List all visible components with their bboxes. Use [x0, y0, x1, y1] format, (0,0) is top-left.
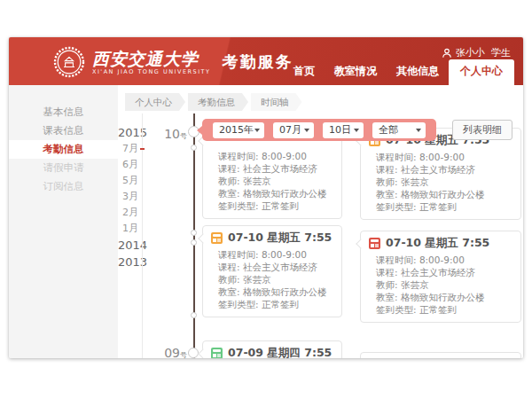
event-field: 课程: 社会主义市场经济 [369, 266, 512, 278]
timeline-node [191, 239, 197, 246]
event-field: 课程: 社会主义市场经济 [211, 261, 333, 273]
page: { "header": { "logo": { "emblem_icon": "… [0, 0, 532, 399]
event-card-header: 07-10 星期五 7:55 [369, 236, 512, 251]
timeline-scale-year[interactable]: 2015 [118, 124, 138, 141]
day-select[interactable]: 10日 [323, 122, 364, 138]
app-window: 西安交通大学 XI'AN JIAO TONG UNIVERSITY 考勤服务 张… [9, 37, 523, 358]
sidebar-item-basic-info[interactable]: 基本信息 [9, 103, 118, 121]
calendar-icon [211, 232, 223, 244]
breadcrumb-personal-center[interactable]: 个人中心 [125, 93, 185, 111]
type-select-value: 全部 [379, 123, 398, 137]
event-date: 07-09 星期四 7:55 [228, 346, 332, 358]
event-date: 07-10 星期五 7:55 [386, 236, 489, 251]
event-date: 07-10 星期五 7:55 [228, 231, 332, 246]
breadcrumb: 个人中心考勤信息时间轴 [125, 93, 305, 111]
event-field: 课程时间: 8:00-9:00 [369, 151, 512, 163]
sidebar-item-leave-request[interactable]: 请假申请 [9, 159, 118, 177]
timeline-node [188, 348, 199, 358]
breadcrumb-attendance-info[interactable]: 考勤信息 [188, 93, 248, 111]
logo-text: 西安交通大学 XI'AN JIAO TONG UNIVERSITY [92, 50, 211, 75]
scale-divider [142, 113, 143, 358]
timeline-scale-year[interactable]: 2013 [118, 254, 138, 270]
timeline-scale-year[interactable]: 2014 [118, 237, 138, 254]
timeline-node [191, 230, 197, 236]
event-field: 教室: 格物致知行政办公楼 [369, 291, 512, 303]
timeline-scale-month[interactable]: 1月 [118, 221, 138, 237]
month-select[interactable]: 07月 [273, 122, 314, 138]
caret-down-icon [304, 129, 309, 132]
year-select-value: 2015年 [219, 123, 254, 137]
event-field: 课程: 社会主义市场经济 [369, 163, 512, 176]
event-card[interactable]: 07-10 星期五 7:55 课程时间: 8:00-9:00 课程: 社会主义市… [202, 225, 342, 317]
event-card-header: 07-09 星期四 7:55 [211, 346, 333, 358]
event-field: 签到类型: 正常签到 [211, 200, 333, 212]
event-card[interactable]: 07-10 星期五 7:55 课程时间: 8:00-9:00 课程: 社会主义市… [360, 231, 521, 323]
timeline-scale-month[interactable]: 2月 [118, 205, 138, 221]
timeline-node [191, 145, 197, 151]
sidebar-menu: 基本信息课表信息考勤信息请假申请订阅信息 [9, 85, 118, 358]
nav-classroom-status[interactable]: 教室情况 [325, 60, 387, 85]
app-header: 西安交通大学 XI'AN JIAO TONG UNIVERSITY 考勤服务 张… [9, 37, 523, 85]
event-field: 课程时间: 8:00-9:00 [369, 254, 512, 266]
sidebar-item-attendance[interactable]: 考勤信息 [9, 140, 118, 159]
main-nav: 首页教室情况其他信息个人中心 [284, 59, 514, 85]
event-field: 签到类型: 正常签到 [369, 303, 512, 316]
event-field: 教室: 格物致知行政办公楼 [211, 286, 333, 298]
type-select[interactable]: 全部 [372, 122, 426, 138]
timeline-scale-month[interactable]: 6月 [118, 157, 138, 173]
event-field: 教室: 格物致知行政办公楼 [369, 188, 512, 200]
caret-down-icon [254, 129, 260, 132]
caret-down-icon [354, 129, 359, 132]
nav-home[interactable]: 首页 [284, 60, 325, 85]
breadcrumb-timeline[interactable]: 时间轴 [251, 93, 302, 111]
event-card-header: 07-10 星期五 7:55 [211, 231, 333, 246]
year-select[interactable]: 2015年 [213, 122, 264, 138]
app-title: 考勤服务 [223, 51, 293, 73]
event-field: 签到类型: 正常签到 [211, 298, 333, 310]
event-field: 教师: 张芸京 [369, 278, 512, 291]
caret-down-icon [416, 129, 421, 132]
event-card[interactable] [360, 352, 521, 358]
event-field: 教师: 张芸京 [211, 175, 333, 187]
event-field: 课程时间: 8:00-9:00 [211, 150, 333, 162]
sidebar-item-timetable[interactable]: 课表信息 [9, 121, 118, 140]
month-select-value: 07月 [279, 123, 301, 137]
nav-other-info[interactable]: 其他信息 [387, 60, 449, 85]
event-field: 教师: 张芸京 [369, 176, 512, 188]
calendar-icon [369, 238, 380, 249]
event-field: 教室: 格物致知行政办公楼 [211, 187, 333, 200]
event-field: 签到类型: 正常签到 [369, 200, 512, 213]
event-field: 课程时间: 8:00-9:00 [211, 248, 333, 261]
xjtu-gear-emblem-icon [53, 46, 85, 78]
timeline-scale: 20157月6月5月3月2月1月20142013 [118, 124, 138, 270]
timeline-day-label: 09号 [150, 344, 187, 358]
person-icon [442, 48, 452, 59]
university-name-cn: 西安交通大学 [92, 50, 211, 68]
user-role: 学生 [491, 46, 511, 59]
timeline-node [191, 312, 197, 318]
logo: 西安交通大学 XI'AN JIAO TONG UNIVERSITY 考勤服务 [53, 44, 293, 80]
calendar-icon [211, 348, 223, 358]
event-card[interactable]: 课程时间: 8:00-9:00 课程: 社会主义市场经济 教师: 张芸京 教室:… [202, 128, 342, 219]
user-info[interactable]: 张小小 学生 [442, 46, 511, 59]
timeline-day-label: 10号 [150, 125, 187, 142]
event-field: 教师: 张芸京 [211, 273, 333, 286]
main-content: 个人中心考勤信息时间轴 20157月6月5月3月2月1月20142013 201… [118, 85, 523, 358]
event-card[interactable]: 07-10 星期五 7:55 课程时间: 8:00-9:00 课程: 社会主义市… [360, 128, 521, 220]
university-name-en: XI'AN JIAO TONG UNIVERSITY [92, 68, 211, 75]
current-month-marker [140, 148, 145, 150]
day-select-value: 10日 [329, 123, 351, 137]
sidebar-item-subscription[interactable]: 订阅信息 [9, 177, 118, 196]
timeline-scale-month[interactable]: 7月 [118, 141, 138, 157]
event-field: 课程: 社会主义市场经济 [211, 162, 333, 175]
event-card[interactable]: 07-09 星期四 7:55 [202, 340, 342, 358]
timeline-scale-month[interactable]: 5月 [118, 173, 138, 189]
filter-bubble: 2015年 07月 10日 全部 [202, 119, 436, 141]
nav-personal-center[interactable]: 个人中心 [449, 59, 514, 85]
timeline-scale-month[interactable]: 3月 [118, 189, 138, 205]
list-detail-button[interactable]: 列表明细 [452, 120, 512, 140]
user-name: 张小小 [456, 46, 485, 59]
